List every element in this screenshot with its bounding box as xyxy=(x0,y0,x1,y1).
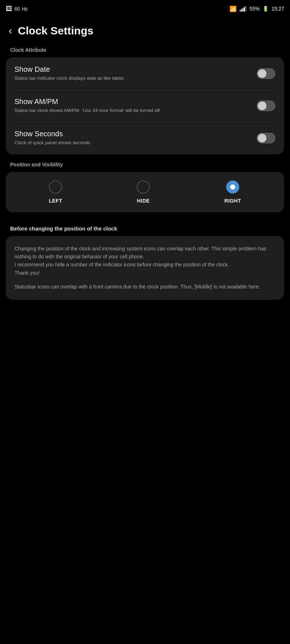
battery-level: 55% xyxy=(249,6,260,12)
position-left-option[interactable]: LEFT xyxy=(49,180,62,204)
status-bar: 🖼 60 Hz 📶 55% 🔋 15:27 xyxy=(0,0,290,17)
info-paragraph-2: Statusbar icons can overlap with a front… xyxy=(14,283,276,291)
position-right-label: RIGHT xyxy=(224,198,241,204)
signal-icon xyxy=(240,6,246,12)
show-seconds-desc: Clock of quick panel shows seconds xyxy=(14,140,251,146)
hz-value: 60 xyxy=(14,6,20,12)
back-button[interactable]: ‹ xyxy=(9,25,12,37)
info-card: Changing the position of the clock and i… xyxy=(6,236,284,300)
show-ampm-text: Show AM/PM Status bar clock shows AM/PM.… xyxy=(14,97,257,114)
show-date-item[interactable]: Show Date Status bar indicator clock dis… xyxy=(6,57,284,90)
info-paragraph-1: Changing the position of the clock and i… xyxy=(14,245,276,277)
position-right-option[interactable]: RIGHT xyxy=(224,180,241,204)
show-date-title: Show Date xyxy=(14,65,251,74)
status-left: 🖼 60 Hz xyxy=(6,5,28,13)
show-ampm-title: Show AM/PM xyxy=(14,97,251,106)
wifi-icon: 📶 xyxy=(229,5,237,12)
clock-attribute-card: Show Date Status bar indicator clock dis… xyxy=(6,57,284,154)
header: ‹ Clock Settings xyxy=(0,17,290,47)
position-hide-label: HIDE xyxy=(137,198,150,204)
show-date-desc: Status bar indicator clock displays date… xyxy=(14,75,251,82)
show-seconds-item[interactable]: Show Seconds Clock of quick panel shows … xyxy=(6,122,284,154)
show-date-toggle[interactable] xyxy=(257,68,276,79)
show-ampm-desc: Status bar clock shows AM/PM. 'Use 24-ho… xyxy=(14,107,251,114)
page-title: Clock Settings xyxy=(18,25,93,37)
info-section-title: Before changing the position of the cloc… xyxy=(0,220,290,236)
battery-icon: 🔋 xyxy=(262,6,269,12)
status-right: 📶 55% 🔋 15:27 xyxy=(229,5,284,12)
show-seconds-text: Show Seconds Clock of quick panel shows … xyxy=(14,130,257,146)
position-card: LEFT HIDE RIGHT xyxy=(6,172,284,212)
radio-group: LEFT HIDE RIGHT xyxy=(12,180,278,204)
hz-label: Hz xyxy=(22,6,28,12)
show-seconds-title: Show Seconds xyxy=(14,130,251,138)
photo-icon: 🖼 xyxy=(6,5,12,13)
time-display: 15:27 xyxy=(272,6,284,12)
position-hide-radio[interactable] xyxy=(137,180,150,194)
position-left-radio[interactable] xyxy=(49,180,62,194)
show-seconds-toggle[interactable] xyxy=(257,133,276,144)
position-hide-option[interactable]: HIDE xyxy=(137,180,150,204)
clock-attribute-label: Clock Attribute xyxy=(0,47,290,57)
show-ampm-item[interactable]: Show AM/PM Status bar clock shows AM/PM.… xyxy=(6,90,284,122)
position-right-radio[interactable] xyxy=(226,180,239,194)
position-left-label: LEFT xyxy=(49,198,62,204)
show-date-text: Show Date Status bar indicator clock dis… xyxy=(14,65,257,82)
position-visibility-label: Position and Visibility xyxy=(0,162,290,172)
show-ampm-toggle[interactable] xyxy=(257,100,276,111)
